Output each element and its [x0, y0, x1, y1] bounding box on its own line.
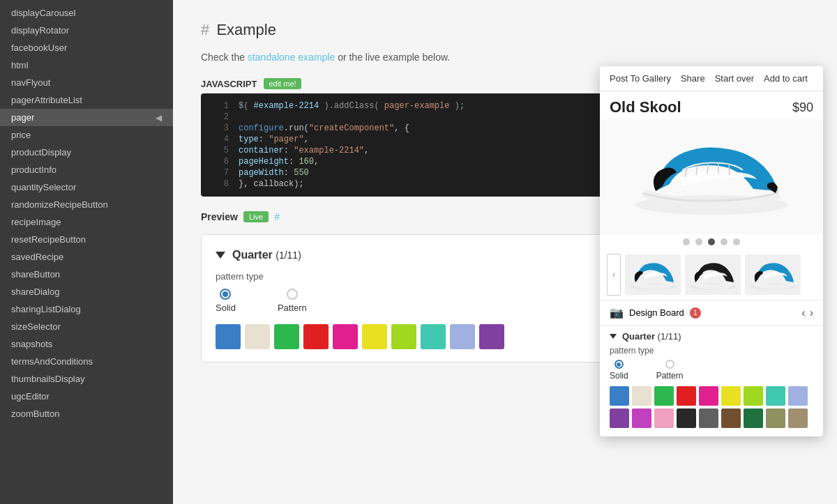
sidebar-item-resetrecipebutton[interactable]: resetRecipeButton	[0, 231, 173, 248]
svg-line-5	[729, 165, 730, 175]
mini-pager: Quarter (1/11) pattern type Solid Patter…	[600, 326, 823, 436]
mini-color-swatch-8[interactable]	[788, 386, 808, 406]
sidebar-item-savedrecipe[interactable]: savedRecipe	[0, 248, 173, 266]
mini-color-swatch-1[interactable]	[632, 386, 651, 406]
color-swatch-2[interactable]	[274, 324, 299, 349]
color-swatch-3[interactable]	[303, 324, 329, 349]
edit-badge[interactable]: edit me!	[264, 78, 301, 89]
code-label: JAVASCRIPT	[201, 79, 257, 89]
color-swatch-4[interactable]	[333, 324, 358, 349]
product-info: Old Skool $90	[600, 91, 823, 119]
mini-color-swatch-0[interactable]	[610, 386, 629, 406]
dot-5[interactable]	[733, 238, 740, 245]
sidebar-item-pagerattributelist[interactable]: pagerAttributeList	[0, 91, 173, 109]
mini-section-label: pattern type	[610, 346, 813, 356]
radio-solid-circle[interactable]	[220, 289, 231, 300]
dot-4[interactable]	[721, 238, 727, 245]
color-swatch-8[interactable]	[450, 324, 475, 349]
mini-color-swatch-10[interactable]	[632, 408, 651, 428]
sidebar-item-productdisplay[interactable]: productDisplay	[0, 144, 173, 161]
post-to-gallery-btn[interactable]: Post To Gallery	[610, 73, 671, 84]
mini-color-swatch-17[interactable]	[788, 408, 808, 428]
product-shoe-image	[628, 132, 795, 222]
mini-color-swatch-13[interactable]	[699, 408, 718, 428]
color-swatch-1[interactable]	[245, 324, 270, 349]
sidebar-item-html[interactable]: html	[0, 56, 173, 74]
sidebar-item-navflyout[interactable]: navFlyout	[0, 74, 173, 91]
product-image-area	[600, 119, 823, 234]
sidebar-item-productinfo[interactable]: productInfo	[0, 161, 173, 178]
sidebar-item-ugceditor[interactable]: ugcEditor	[0, 388, 173, 405]
radio-solid[interactable]: Solid	[216, 289, 236, 313]
sidebar-item-sharedialog[interactable]: shareDialog	[0, 283, 173, 300]
mini-radio-solid-circle[interactable]	[614, 360, 624, 369]
sidebar-item-termsandconditions[interactable]: termsAndConditions	[0, 353, 173, 370]
thumb-2[interactable]	[685, 254, 741, 295]
mini-color-swatch-6[interactable]	[744, 386, 763, 406]
color-swatch-7[interactable]	[421, 324, 446, 349]
sidebar-item-randomizerecipebutton[interactable]: randomizeRecipeButton	[0, 196, 173, 213]
sidebar-item-displaycarousel[interactable]: displayCarousel	[0, 4, 173, 22]
color-swatch-9[interactable]	[479, 324, 504, 349]
start-over-btn[interactable]: Start over	[715, 73, 754, 84]
mini-color-swatch-9[interactable]	[610, 408, 629, 428]
mini-radio-solid[interactable]: Solid	[610, 360, 628, 381]
dot-3[interactable]	[708, 238, 715, 245]
product-price: $90	[792, 100, 813, 115]
mini-color-swatches	[610, 386, 813, 434]
db-prev-btn[interactable]: ‹	[801, 307, 805, 319]
dot-2[interactable]	[695, 238, 702, 245]
mini-color-swatch-16[interactable]	[766, 408, 785, 428]
sidebar-item-sharinglistdialog[interactable]: sharingListDialog	[0, 300, 173, 318]
product-name: Old Skool	[610, 98, 681, 116]
mini-collapse-icon[interactable]	[610, 334, 617, 339]
sidebar-item-sizeselector[interactable]: sizeSelector	[0, 318, 173, 335]
mini-radio-pattern-circle[interactable]	[665, 360, 674, 369]
mini-color-swatch-11[interactable]	[654, 408, 674, 428]
pager-title: Quarter (1/11)	[232, 249, 301, 261]
mini-radio-pattern[interactable]: Pattern	[656, 360, 684, 381]
color-swatch-5[interactable]	[362, 324, 387, 349]
sidebar-item-thumbnailsdisplay[interactable]: thumbnailsDisplay	[0, 370, 173, 388]
sidebar-item-displayrotator[interactable]: displayRotator	[0, 22, 173, 39]
mini-pattern-radios: Solid Pattern	[610, 360, 813, 381]
design-board-badge: 1	[690, 307, 701, 319]
sidebar-item-pager[interactable]: pager◀	[0, 109, 173, 126]
mini-color-swatch-4[interactable]	[699, 386, 718, 406]
live-badge: Live	[243, 211, 269, 222]
radio-pattern[interactable]: Pattern	[278, 289, 307, 313]
standalone-link[interactable]: standalone example	[248, 52, 335, 63]
thumb-1[interactable]	[625, 254, 681, 295]
thumb-3[interactable]	[745, 254, 801, 295]
add-to-cart-btn[interactable]: Add to cart	[764, 73, 808, 84]
db-next-btn[interactable]: ›	[810, 307, 813, 319]
sidebar-item-zoombutton[interactable]: zoomButton	[0, 405, 173, 422]
camera-icon: 📷	[610, 306, 624, 319]
sidebar-item-facebookuser[interactable]: facebookUser	[0, 39, 173, 56]
sidebar-item-snapshots[interactable]: snapshots	[0, 335, 173, 353]
mini-color-swatch-14[interactable]	[721, 408, 741, 428]
mini-color-swatch-5[interactable]	[721, 386, 741, 406]
sidebar-item-quantityselector[interactable]: quantitySelector	[0, 178, 173, 196]
radio-pattern-circle[interactable]	[287, 289, 298, 300]
color-swatch-0[interactable]	[216, 324, 241, 349]
preview-hash-link[interactable]: #	[274, 211, 280, 222]
sidebar: displayCarouseldisplayRotatorfacebookUse…	[0, 0, 173, 504]
sidebar-item-price[interactable]: price	[0, 126, 173, 144]
sidebar-item-sharebutton[interactable]: shareButton	[0, 266, 173, 283]
mini-color-swatch-2[interactable]	[654, 386, 674, 406]
product-toolbar: Post To Gallery Share Start over Add to …	[600, 66, 823, 91]
mini-color-swatch-7[interactable]	[766, 386, 785, 406]
collapse-icon[interactable]	[216, 252, 225, 259]
mini-color-swatch-15[interactable]	[744, 408, 763, 428]
mini-color-swatch-3[interactable]	[677, 386, 696, 406]
dot-1[interactable]	[683, 238, 690, 245]
share-btn[interactable]: Share	[681, 73, 705, 84]
mini-color-swatch-12[interactable]	[677, 408, 696, 428]
design-board-row: 📷 Design Board 1 ‹ ›	[600, 300, 823, 326]
thumb-prev-btn[interactable]: ‹	[607, 254, 621, 296]
dot-navigation	[600, 234, 823, 250]
sidebar-arrow-icon: ◀	[156, 113, 162, 123]
sidebar-item-recipeimage[interactable]: recipeImage	[0, 213, 173, 231]
color-swatch-6[interactable]	[391, 324, 416, 349]
